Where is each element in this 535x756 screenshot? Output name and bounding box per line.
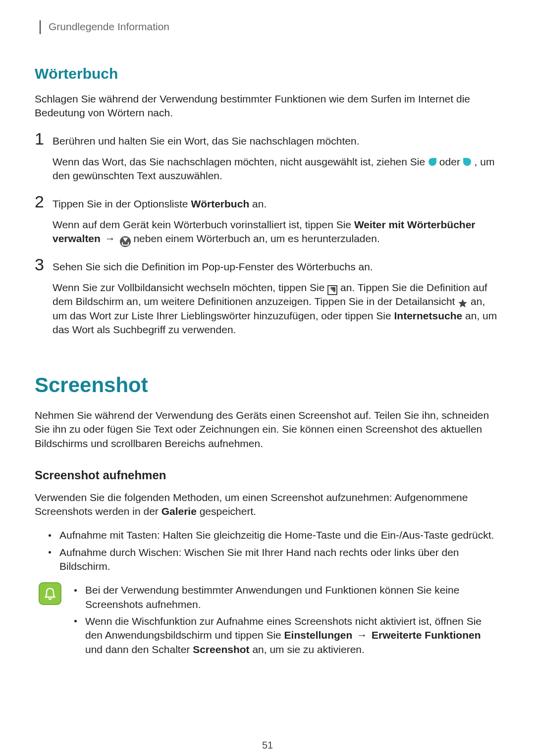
list-item: Aufnahme durch Wischen: Wischen Sie mit … <box>49 546 500 574</box>
running-header: Grundlegende Information <box>35 20 500 34</box>
step-number: 3 <box>35 256 53 273</box>
step-2: 2 Tippen Sie in der Optionsliste Wörterb… <box>35 193 500 214</box>
screenshot-intro: Nehmen Sie während der Verwendung des Ge… <box>35 408 500 451</box>
page-body: Grundlegende Information Wörterbuch Schl… <box>0 0 535 756</box>
note-block: Bei der Verwendung bestimmter Anwendunge… <box>35 580 500 659</box>
screenshot-method-para: Verwenden Sie die folgenden Methoden, um… <box>35 491 500 519</box>
arrow-right-icon: → <box>104 233 117 244</box>
step-1-lead: Berühren und halten Sie ein Wort, das Si… <box>53 134 500 148</box>
download-icon <box>120 236 131 247</box>
step-1: 1 Berühren und halten Sie ein Wort, das … <box>35 130 500 151</box>
step-1-detail: Wenn das Wort, das Sie nachschlagen möch… <box>53 155 500 183</box>
sub-heading-capture: Screenshot aufnehmen <box>35 467 500 483</box>
running-header-text: Grundlegende Information <box>49 21 169 32</box>
header-indent-rule <box>35 20 41 34</box>
list-item: Wenn die Wischfunktion zur Aufnahme eine… <box>74 614 500 656</box>
step-3-detail: Wenn Sie zur Vollbildansicht wechseln mö… <box>53 281 500 337</box>
list-item: Aufnahme mit Tasten: Halten Sie gleichze… <box>49 528 500 542</box>
arrow-right-icon: → <box>355 629 369 641</box>
note-bell-icon <box>39 582 61 605</box>
step-number: 2 <box>35 193 53 210</box>
step-2-lead: Tippen Sie in der Optionsliste Wörterbuc… <box>53 197 500 211</box>
step-2-detail: Wenn auf dem Gerät kein Wörterbuch vorin… <box>53 218 500 246</box>
step-number: 1 <box>35 130 53 147</box>
major-heading-screenshot: Screenshot <box>35 371 500 400</box>
expand-fullscreen-icon <box>327 285 337 295</box>
page-number: 51 <box>35 739 500 752</box>
section-heading-dictionary: Wörterbuch <box>35 64 500 84</box>
note-list: Bei der Verwendung bestimmter Anwendunge… <box>74 580 500 659</box>
star-favorite-icon <box>458 299 468 308</box>
dictionary-intro: Schlagen Sie während der Verwendung best… <box>35 92 500 120</box>
svg-marker-0 <box>458 299 467 307</box>
step-3: 3 Sehen Sie sich die Definition im Pop-u… <box>35 256 500 277</box>
selection-handle-right-icon <box>463 158 472 169</box>
list-item: Bei der Verwendung bestimmter Anwendunge… <box>74 583 500 611</box>
step-3-lead: Sehen Sie sich die Definition im Pop-up-… <box>53 260 500 274</box>
selection-handle-left-icon <box>428 158 436 169</box>
method-list: Aufnahme mit Tasten: Halten Sie gleichze… <box>35 528 500 573</box>
